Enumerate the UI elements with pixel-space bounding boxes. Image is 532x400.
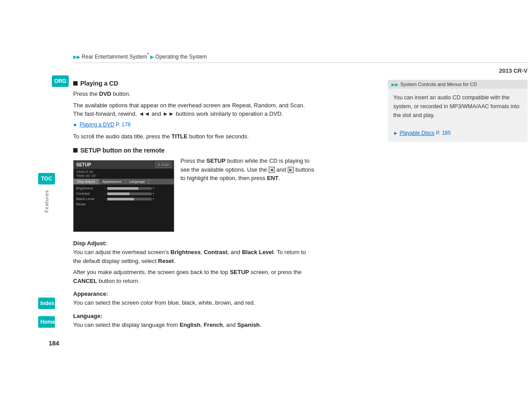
blacklevel-bar-fill: [107, 198, 134, 200]
disp-adjust-title: Disp Adjust:: [73, 240, 315, 247]
right-link-page: P. 185: [436, 130, 451, 136]
content-left: Playing a CD Press the DVD button. The a…: [73, 80, 315, 332]
sidebar-item-org[interactable]: ORG: [52, 75, 69, 87]
appearance-title: Appearance:: [73, 290, 315, 297]
right-link-arrow: ►: [393, 130, 398, 136]
breadcrumb-arrow2: ▶: [150, 54, 154, 60]
setup-row-contrast: Contrast - +: [76, 192, 171, 196]
blacklevel-minus: -: [105, 197, 106, 201]
section1-bullet: [73, 81, 78, 86]
toc-group: TOC Features: [38, 173, 55, 212]
sidebar-item-index[interactable]: Index: [38, 298, 55, 309]
right-nav-icon: ►: [288, 167, 294, 173]
blacklevel-plus: +: [153, 197, 155, 201]
setup-row-reset: Reset: [76, 202, 171, 206]
setup-row-brightness: Brightness - +: [76, 186, 171, 190]
features-label: Features: [44, 190, 49, 212]
breadcrumb-arrow1: ▶▶: [73, 54, 80, 60]
setup-screen-image: SETUP ⊙ DVD TRACK 02 TIME 00' 24" Disp A…: [73, 160, 174, 232]
playable-discs-link[interactable]: Playable Discs: [399, 129, 434, 137]
appearance-text: You can select the screen color from blu…: [73, 298, 315, 307]
brightness-bar-fill: [107, 187, 138, 190]
page-number: 184: [49, 340, 59, 347]
disp-adjust-text1: You can adjust the overhead screen's Bri…: [73, 248, 315, 265]
contrast-bar-fill: [107, 192, 129, 195]
section1-para2: The available options that appear on the…: [73, 101, 315, 118]
link1-page: P. 178: [116, 122, 130, 128]
right-panel-header: ▶▶ System Controls and Menus for CD: [388, 80, 528, 89]
appearance-section: Appearance: You can select the screen co…: [73, 290, 315, 307]
blacklevel-bar-bg: [107, 198, 152, 200]
reset-label: Reset: [76, 202, 105, 206]
right-panel-body: You can insert an audio CD compatible wi…: [388, 89, 528, 142]
section1-title: Playing a CD: [80, 80, 118, 87]
section2-bullet: [73, 148, 78, 153]
blacklevel-label: Black Level: [76, 197, 105, 201]
language-text: You can select the display language from…: [73, 321, 315, 329]
setup-dvd-badge: ⊙ DVD: [155, 162, 171, 168]
right-panel-text: You can insert an audio CD compatible wi…: [393, 94, 520, 118]
setup-tab-appearance[interactable]: Appearance: [99, 179, 125, 184]
contrast-plus: +: [153, 192, 155, 196]
section2-title: SETUP button on the remote: [80, 147, 164, 154]
playing-a-dvd-link[interactable]: Playing a DVD: [80, 122, 114, 128]
car-model: 2013 CR-V: [499, 67, 528, 74]
setup-tab-language[interactable]: Language: [125, 179, 149, 184]
breadcrumb-part1: Rear Entertainment System: [82, 54, 147, 60]
scroll-text: To scroll the audio data title, press th…: [73, 132, 315, 141]
section1-link[interactable]: ► Playing a DVD P. 178: [73, 121, 315, 128]
right-panel-icon: ▶▶: [391, 82, 399, 87]
left-nav-icon: ◄: [269, 167, 275, 173]
setup-description: Press the SETUP button while the CD is p…: [180, 157, 315, 235]
language-section: Language: You can select the display lan…: [73, 313, 315, 329]
disp-adjust-section: Disp Adjust: You can adjust the overhead…: [73, 240, 315, 285]
brightness-bar-bg: [107, 187, 152, 190]
setup-row-blacklevel: Black Level - +: [76, 197, 171, 201]
brightness-plus: +: [153, 186, 155, 190]
disp-adjust-text2: After you make adjustments, the screen g…: [73, 268, 315, 285]
setup-screen-inner: SETUP ⊙ DVD TRACK 02 TIME 00' 24" Disp A…: [74, 161, 174, 231]
breadcrumb-part2: Operating the System: [155, 54, 207, 60]
setup-title: SETUP: [76, 162, 91, 167]
main-content: ▶▶ Rear Entertainment System* ▶ Operatin…: [69, 0, 532, 400]
bottom-buttons: Index Home: [38, 298, 55, 331]
brightness-minus: -: [105, 186, 106, 190]
breadcrumb: ▶▶ Rear Entertainment System* ▶ Operatin…: [73, 52, 528, 63]
sidebar-item-toc[interactable]: TOC: [38, 173, 55, 184]
breadcrumb-sup: *: [147, 52, 149, 57]
setup-top-bar: SETUP ⊙ DVD: [74, 161, 174, 169]
setup-time: TIME 00' 24": [74, 173, 174, 179]
contrast-minus: -: [105, 192, 106, 196]
setup-tab-disp[interactable]: Disp Adjust: [74, 179, 99, 184]
sidebar-item-home[interactable]: Home: [38, 316, 55, 328]
section1-header: Playing a CD: [73, 80, 315, 87]
contrast-label: Contrast: [76, 192, 105, 196]
section2-header: SETUP button on the remote: [73, 147, 315, 154]
right-panel-title: System Controls and Menus for CD: [400, 82, 477, 87]
brightness-label: Brightness: [76, 186, 105, 190]
content-right: ▶▶ System Controls and Menus for CD You …: [388, 80, 528, 142]
setup-rows: Brightness - + Contrast -: [74, 184, 174, 209]
contrast-bar-bg: [107, 192, 152, 195]
language-title: Language:: [73, 313, 315, 319]
setup-section: SETUP ⊙ DVD TRACK 02 TIME 00' 24" Disp A…: [73, 157, 315, 235]
setup-tabs: Disp Adjust Appearance Language: [74, 179, 174, 184]
section1-para1: Press the DVD button.: [73, 90, 315, 98]
